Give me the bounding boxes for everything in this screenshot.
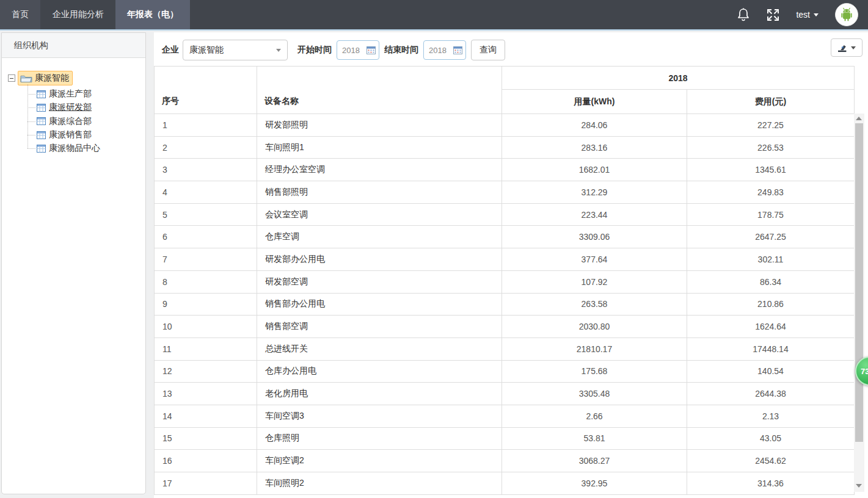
cost-cell: 1624.64 xyxy=(687,316,855,338)
cost-cell: 2644.38 xyxy=(687,383,855,405)
start-time-label: 开始时间 xyxy=(297,45,332,56)
vertical-scrollbar[interactable] xyxy=(854,114,864,492)
header-usage: 用量(kWh) xyxy=(502,90,687,114)
username-label: test xyxy=(796,10,810,20)
usage-cell: 283.16 xyxy=(502,136,687,159)
export-icon xyxy=(837,43,848,52)
usage-cell: 392.95 xyxy=(502,472,687,495)
usage-cell: 21810.17 xyxy=(502,337,687,360)
table-row: 5会议室空调223.44178.75 xyxy=(155,203,855,226)
row-index-cell: 4 xyxy=(155,181,257,204)
department-grid-icon xyxy=(37,90,46,98)
table-row: 10销售部空调2030.801624.64 xyxy=(155,316,855,338)
org-tree: 康派智能 康派生产部康派研发部康派综合部康派销售部康派物品中心 xyxy=(2,58,145,155)
cost-cell: 2454.62 xyxy=(687,450,855,472)
row-index-cell: 9 xyxy=(155,293,257,316)
device-name-cell: 老化房用电 xyxy=(257,383,502,405)
end-year-field[interactable] xyxy=(423,40,466,60)
device-name-cell: 销售部空调 xyxy=(257,316,502,338)
tree-node-label: 康派研发部 xyxy=(49,102,92,113)
export-button[interactable] xyxy=(831,38,863,57)
tree-root-selected[interactable]: 康派智能 xyxy=(18,71,73,85)
query-button[interactable]: 查询 xyxy=(471,40,505,60)
scroll-up-arrow-icon[interactable] xyxy=(856,117,862,120)
cost-cell: 314.36 xyxy=(687,472,855,495)
user-menu[interactable]: test xyxy=(796,10,819,20)
annual-report-table: 序号 设备名称 2018 用量(kWh) 费用(元) 1研发部照明284.062… xyxy=(154,66,855,495)
enterprise-select-value: 康派智能 xyxy=(189,45,224,56)
header-index: 序号 xyxy=(155,67,257,114)
cost-cell: 227.25 xyxy=(687,114,855,137)
usage-cell: 3068.27 xyxy=(502,450,687,472)
table-row: 16车间空调23068.272454.62 xyxy=(155,450,855,472)
tree-root-label: 康派智能 xyxy=(35,73,69,84)
avatar[interactable] xyxy=(835,3,858,26)
tree-collapse-toggle[interactable] xyxy=(8,74,15,82)
device-name-cell: 仓库空调 xyxy=(257,226,502,248)
start-year-field[interactable] xyxy=(337,40,379,60)
tab-energy-analysis[interactable]: 企业用能分析 xyxy=(41,0,115,29)
cost-cell: 17448.14 xyxy=(687,337,855,360)
device-name-cell: 车间照明1 xyxy=(257,136,502,159)
table-row: 7研发部办公用电377.64302.11 xyxy=(155,248,855,271)
tree-node-label: 康派物品中心 xyxy=(49,143,100,154)
device-name-cell: 车间空调3 xyxy=(257,405,502,427)
cost-cell: 2647.25 xyxy=(687,226,855,248)
cost-cell: 140.54 xyxy=(687,360,855,383)
department-grid-icon xyxy=(37,104,46,112)
row-index-cell: 8 xyxy=(155,270,257,293)
usage-cell: 312.29 xyxy=(502,181,687,204)
table-row: 4销售部照明312.29249.83 xyxy=(155,181,855,204)
table-row: 2车间照明1283.16226.53 xyxy=(155,136,855,159)
tree-node[interactable]: 康派研发部 xyxy=(37,101,145,114)
usage-cell: 284.06 xyxy=(502,114,687,137)
chevron-down-icon xyxy=(276,49,281,52)
row-index-cell: 5 xyxy=(155,203,257,226)
row-index-cell: 11 xyxy=(155,337,257,360)
table-row: 9销售部办公用电263.58210.86 xyxy=(155,293,855,316)
enterprise-select[interactable]: 康派智能 xyxy=(183,40,288,60)
usage-cell: 2.66 xyxy=(502,405,687,427)
tree-root-node: 康派智能 xyxy=(8,70,145,86)
cost-cell: 249.83 xyxy=(687,181,855,204)
end-year-input[interactable] xyxy=(429,46,451,55)
row-index-cell: 6 xyxy=(155,226,257,248)
notification-bell-icon[interactable] xyxy=(737,7,750,22)
tree-node[interactable]: 康派销售部 xyxy=(37,128,145,142)
usage-cell: 175.68 xyxy=(502,360,687,383)
cost-cell: 2.13 xyxy=(687,405,855,427)
header-year-group: 2018 xyxy=(502,67,855,90)
table-row: 15仓库照明53.8143.05 xyxy=(155,427,855,450)
usage-cell: 53.81 xyxy=(502,427,687,450)
row-index-cell: 7 xyxy=(155,248,257,271)
table-row: 6仓库空调3309.062647.25 xyxy=(155,226,855,248)
tab-annual-report-electric[interactable]: 年报表（电） xyxy=(115,0,190,29)
row-index-cell: 10 xyxy=(155,316,257,338)
table-row: 13老化房用电3305.482644.38 xyxy=(155,383,855,405)
calendar-icon[interactable] xyxy=(453,46,462,54)
device-name-cell: 仓库照明 xyxy=(257,427,502,450)
tree-node[interactable]: 康派综合部 xyxy=(37,115,145,128)
device-name-cell: 经理办公室空调 xyxy=(257,159,502,181)
department-grid-icon xyxy=(37,117,46,125)
tab-home[interactable]: 首页 xyxy=(0,0,40,29)
calendar-icon[interactable] xyxy=(367,46,376,54)
start-year-input[interactable] xyxy=(342,46,364,55)
device-name-cell: 车间空调2 xyxy=(257,450,502,472)
cost-cell: 210.86 xyxy=(687,293,855,316)
usage-cell: 2030.80 xyxy=(502,316,687,338)
table-row: 1研发部照明284.06227.25 xyxy=(155,114,855,137)
header-cost: 费用(元) xyxy=(687,90,855,114)
enterprise-label: 企业 xyxy=(162,45,179,56)
row-index-cell: 17 xyxy=(155,472,257,495)
tree-node[interactable]: 康派物品中心 xyxy=(37,142,145,155)
tree-node[interactable]: 康派生产部 xyxy=(37,87,145,101)
fullscreen-icon[interactable] xyxy=(767,9,779,21)
scroll-down-arrow-icon[interactable] xyxy=(856,484,862,488)
device-name-cell: 车间照明2 xyxy=(257,472,502,495)
device-name-cell: 销售部照明 xyxy=(257,181,502,204)
tree-node-label: 康派销售部 xyxy=(49,129,92,140)
scrollbar-thumb[interactable] xyxy=(855,123,863,442)
device-name-cell: 研发部空调 xyxy=(257,270,502,293)
org-sidebar: 组织机构 康派智能 康派生产部康派研发部康派综合部康派销售部康派物品中心 xyxy=(1,32,146,494)
